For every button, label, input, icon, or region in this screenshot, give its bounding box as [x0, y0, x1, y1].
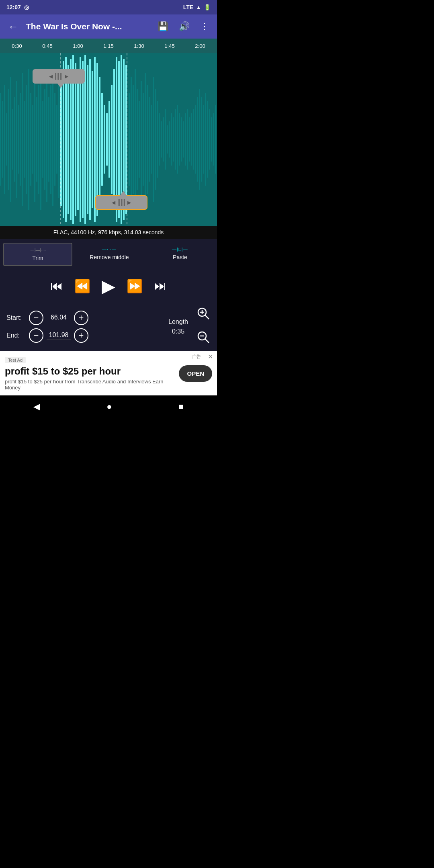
svg-rect-20 [40, 69, 41, 210]
playback-controls: ⏮ ⏪ ▶ ⏩ ⏭ [0, 270, 217, 302]
svg-rect-49 [106, 113, 108, 166]
paste-icon: —|□|— [172, 247, 188, 252]
play-button[interactable]: ▶ [102, 276, 115, 296]
paste-mode-button[interactable]: —|□|— Paste [146, 243, 214, 266]
svg-rect-85 [183, 121, 184, 158]
paste-label: Paste [173, 254, 187, 260]
start-label: Start: [6, 314, 26, 321]
rewind-button[interactable]: ⏪ [74, 278, 90, 294]
end-increase-button[interactable]: + [74, 328, 88, 343]
end-decrease-button[interactable]: − [29, 328, 43, 343]
fast-forward-button[interactable]: ⏩ [127, 278, 143, 294]
ad-close-button[interactable]: ✕ [208, 353, 213, 360]
svg-rect-9 [18, 105, 19, 174]
svg-rect-91 [195, 105, 196, 174]
svg-rect-74 [161, 121, 162, 158]
svg-rect-76 [165, 109, 166, 170]
svg-rect-26 [52, 73, 53, 206]
status-bar: 12:07 ◎ LTE ▲ 🔋 [0, 0, 217, 14]
svg-rect-2 [4, 85, 5, 194]
start-decrease-button[interactable]: − [29, 311, 43, 325]
skip-to-start-button[interactable]: ⏮ [50, 278, 63, 293]
ad-open-button[interactable]: OPEN [179, 365, 212, 382]
svg-rect-7 [14, 97, 15, 182]
edit-modes-container: ····|—|···· Trim —···— Remove middle —|□… [0, 239, 217, 270]
svg-rect-22 [44, 89, 45, 190]
svg-rect-63 [139, 101, 140, 178]
svg-rect-11 [22, 73, 23, 206]
svg-rect-69 [151, 105, 152, 174]
svg-rect-29 [58, 81, 59, 198]
svg-rect-19 [38, 85, 39, 194]
svg-rect-5 [10, 77, 11, 202]
remove-middle-mode-button[interactable]: —···— Remove middle [76, 243, 143, 266]
svg-rect-52 [113, 69, 115, 210]
bottom-navigation: ◀ ● ■ [0, 395, 217, 418]
svg-rect-8 [16, 81, 17, 198]
svg-rect-65 [143, 93, 144, 186]
svg-rect-75 [163, 117, 164, 162]
waveform-container[interactable]: ◀ ▶ ◀ ▶ [0, 53, 217, 226]
svg-rect-78 [169, 121, 170, 158]
nav-back-button[interactable]: ◀ [25, 399, 48, 414]
svg-rect-47 [101, 93, 103, 186]
trim-icon: ····|—|···· [29, 248, 46, 252]
svg-rect-28 [56, 105, 57, 174]
trim-handle-end[interactable]: ◀ ▶ [95, 195, 147, 210]
svg-rect-27 [54, 93, 55, 186]
ruler-marks: 0:30 0:45 1:00 1:15 1:30 1:45 2:00 [0, 43, 217, 49]
remove-middle-icon: —···— [102, 247, 117, 252]
ad-headline: profit $15 to $25 per hour [5, 366, 174, 377]
svg-rect-100 [213, 113, 214, 166]
svg-rect-84 [181, 117, 182, 162]
save-button[interactable]: 💾 [154, 18, 172, 35]
svg-rect-46 [99, 77, 100, 202]
start-increase-button[interactable]: + [74, 311, 88, 325]
svg-rect-81 [175, 109, 176, 170]
lte-icon: LTE [183, 4, 193, 10]
svg-rect-88 [189, 117, 190, 162]
svg-rect-4 [8, 89, 9, 190]
svg-rect-25 [50, 85, 51, 194]
zoom-in-button[interactable] [196, 306, 211, 323]
trim-handle-start[interactable]: ◀ ▶ [33, 69, 85, 84]
svg-rect-1 [2, 101, 3, 178]
svg-line-105 [205, 315, 209, 319]
svg-rect-72 [157, 101, 158, 178]
status-left: 12:07 ◎ [6, 4, 29, 10]
ruler-mark-1: 0:45 [42, 43, 52, 49]
end-position-row: End: − 101.98 + [6, 328, 161, 343]
nav-home-button[interactable]: ● [98, 399, 120, 414]
back-button[interactable]: ← [5, 17, 22, 36]
ad-label: 广告 [192, 354, 201, 360]
zoom-out-button[interactable] [196, 330, 211, 347]
svg-line-109 [205, 339, 209, 343]
audio-info-bar: FLAC, 44100 Hz, 976 kbps, 314.03 seconds [0, 226, 217, 239]
ruler-mark-2: 1:00 [73, 43, 83, 49]
svg-rect-62 [137, 89, 138, 190]
svg-rect-93 [199, 89, 200, 190]
position-controls: Start: − 66.04 + End: − 101.98 + Length … [0, 302, 217, 351]
nav-recents-button[interactable]: ■ [170, 399, 192, 414]
trim-mode-button[interactable]: ····|—|···· Trim [3, 243, 72, 266]
trim-handle-end-pointer [119, 191, 127, 197]
svg-rect-66 [145, 73, 146, 206]
more-button[interactable]: ⋮ [197, 18, 212, 35]
ad-text-section: Test Ad profit $15 to $25 per hour profi… [5, 356, 174, 391]
svg-rect-16 [32, 105, 33, 174]
ruler-mark-6: 2:00 [195, 43, 205, 49]
svg-rect-58 [129, 93, 130, 186]
trim-right-arrow: ▶ [65, 74, 68, 79]
volume-button[interactable]: 🔊 [176, 18, 193, 35]
status-time: 12:07 [6, 4, 21, 10]
trim-left-arrow: ◀ [49, 74, 53, 79]
audio-info-text: FLAC, 44100 Hz, 976 kbps, 314.03 seconds [53, 229, 164, 235]
start-value: 66.04 [47, 314, 71, 322]
svg-rect-39 [82, 61, 84, 218]
svg-rect-14 [28, 69, 29, 210]
skip-to-end-button[interactable]: ⏭ [154, 278, 167, 293]
svg-rect-13 [26, 85, 27, 194]
status-right: LTE ▲ 🔋 [183, 4, 211, 10]
svg-rect-59 [131, 77, 132, 202]
trim-handle-start-pointer [57, 82, 65, 88]
